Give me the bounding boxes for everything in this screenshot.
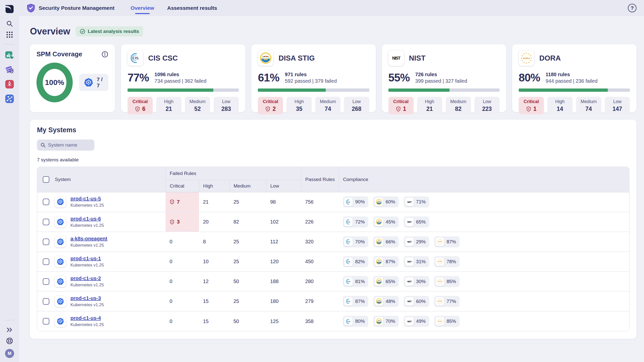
disa-logo-icon [375, 257, 383, 266]
latest-analysis-badge-label: Latest analysis results [88, 29, 139, 34]
column-header-critical[interactable]: Critical [166, 180, 199, 192]
cis-framework-card[interactable]: CIS. CIS CSC 77% 1096 rules 734 passed |… [121, 44, 245, 112]
help-icon[interactable]: ? [628, 4, 636, 12]
row-checkbox[interactable] [43, 219, 49, 225]
row-checkbox[interactable] [43, 278, 49, 285]
column-header-medium[interactable]: Medium [229, 180, 266, 192]
severity-label: Critical [133, 99, 148, 104]
critical-shield-icon [526, 106, 531, 112]
svg-text:DORA: DORA [438, 300, 442, 302]
compliance-value: 70% [355, 239, 365, 245]
svg-text:★: ★ [521, 55, 523, 57]
dynatrace-logo-icon[interactable] [4, 4, 15, 15]
severity-label: High [425, 99, 434, 104]
system-search-input[interactable] [48, 142, 88, 148]
select-all-checkbox[interactable] [43, 176, 49, 183]
svg-text:NIST: NIST [407, 201, 412, 203]
search-icon[interactable] [4, 18, 15, 29]
tab-assessment-results[interactable]: Assessment results [167, 0, 217, 16]
system-link[interactable]: prod-c1-us-2 [70, 276, 101, 281]
svg-text:★: ★ [437, 262, 438, 263]
kubernetes-icon [84, 78, 93, 87]
system-platform: Kubernetes v1.25 [70, 243, 107, 248]
severity-label: Medium [189, 99, 206, 104]
column-header-compliance[interactable]: Compliance [339, 167, 629, 192]
compliance-value: 81% [355, 279, 365, 284]
system-platform: Kubernetes v1.25 [70, 322, 104, 327]
table-row: a-k8s-oneagent Kubernetes v1.25 08251123… [37, 232, 629, 252]
compliance-badge-dora: ★★★★★★★★★★★★ DORA 78% [434, 256, 460, 267]
compliance-value: 78% [447, 259, 456, 264]
svg-text:CIS.: CIS. [347, 241, 350, 243]
svg-text:★: ★ [523, 53, 525, 55]
rail-divider-bottom [5, 320, 15, 320]
dashboards-app-icon[interactable] [4, 50, 15, 61]
system-link[interactable]: prod-c1-us-5 [70, 196, 101, 201]
low-count: 98 [270, 199, 276, 205]
severity-label: Critical [393, 99, 409, 104]
nist-logo-icon: NIST [405, 198, 414, 206]
system-link[interactable]: prod-c1-us-1 [70, 256, 101, 261]
svg-text:NIST: NIST [407, 221, 412, 223]
coverage-donut: 100% [36, 63, 73, 102]
dora-framework-card[interactable]: ★★★★★★★★★★★★ DORA DORA 80% 1180 rules 94… [512, 44, 636, 112]
svg-text:★: ★ [441, 322, 442, 323]
disa-logo-icon [375, 238, 383, 246]
apps-grid-icon[interactable] [4, 29, 15, 40]
row-checkbox[interactable] [43, 258, 49, 265]
compliance-badge-nist: NIST 71% [404, 196, 429, 207]
system-link[interactable]: a-k8s-oneagent [70, 236, 107, 241]
critical-shield-icon [396, 106, 401, 112]
framework-percent: 77% [128, 71, 149, 84]
framework-progress-bar [519, 88, 630, 92]
system-link[interactable]: prod-c1-us-6 [70, 216, 101, 221]
svg-text:CIS.: CIS. [347, 300, 350, 302]
nist-framework-card[interactable]: NIST NIST 55% 726 rules 399 passed | 327… [382, 44, 506, 112]
compliance-badge-nist: NIST 49% [404, 316, 429, 327]
system-link[interactable]: prod-c1-us-4 [70, 315, 101, 321]
framework-progress-bar [128, 88, 239, 92]
column-header-passed-rules[interactable]: Passed Rules [301, 167, 339, 192]
disa-framework-card[interactable]: DISA STIG 61% 971 rules 592 passed | 379… [251, 44, 376, 112]
svg-text:★: ★ [438, 323, 439, 324]
compliance-value: 87% [447, 239, 456, 245]
column-header-system[interactable]: System [55, 167, 166, 192]
support-lifebuoy-icon[interactable] [4, 335, 15, 346]
row-checkbox[interactable] [43, 239, 49, 245]
system-link[interactable]: prod-c1-us-3 [70, 295, 101, 301]
left-rail: M [0, 0, 19, 362]
launchpad-app-icon[interactable] [4, 79, 15, 90]
svg-text:DORA: DORA [438, 241, 442, 242]
compliance-value: 66% [386, 239, 395, 245]
svg-text:★: ★ [439, 283, 440, 285]
svg-text:★: ★ [531, 57, 532, 59]
column-header-high[interactable]: High [199, 180, 229, 192]
compliance-value: 65% [386, 279, 395, 284]
workflows-app-icon[interactable] [4, 93, 15, 104]
expand-rail-icon[interactable] [4, 324, 15, 335]
hub-app-icon[interactable] [4, 64, 15, 75]
cis-logo-icon: CIS. [344, 257, 353, 266]
svg-text:★: ★ [528, 53, 530, 55]
high-count: 21 [203, 199, 209, 205]
tab-overview[interactable]: Overview [131, 0, 154, 16]
severity-label: High [295, 99, 304, 104]
row-checkbox[interactable] [43, 318, 49, 325]
svg-text:★: ★ [438, 298, 439, 300]
svg-text:★: ★ [439, 298, 440, 299]
column-header-low[interactable]: Low [266, 180, 301, 192]
svg-text:★: ★ [442, 321, 443, 322]
info-icon[interactable] [101, 51, 108, 58]
svg-text:NIST: NIST [392, 56, 400, 60]
row-checkbox[interactable] [43, 298, 49, 305]
framework-logo [258, 50, 273, 66]
framework-progress-bar [258, 88, 369, 92]
severity-value: 147 [613, 106, 622, 112]
svg-text:★: ★ [441, 299, 442, 301]
kubernetes-icon [55, 256, 66, 267]
system-search[interactable] [37, 140, 94, 151]
row-checkbox[interactable] [43, 199, 49, 205]
my-systems-title: My Systems [37, 126, 629, 134]
user-avatar[interactable]: M [5, 349, 14, 358]
severity-value: 1 [403, 106, 406, 112]
